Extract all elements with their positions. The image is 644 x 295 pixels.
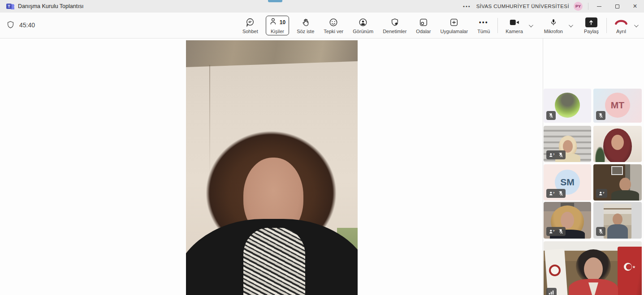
person-question-icon: ? bbox=[549, 229, 555, 235]
avatar-initials: MT bbox=[605, 93, 630, 118]
profile-avatar[interactable]: PY bbox=[574, 2, 583, 11]
spotlight-video-tile[interactable] bbox=[186, 40, 358, 295]
more-ellipsis-icon: ••• bbox=[479, 17, 488, 28]
people-button[interactable]: 10 Kişiler bbox=[266, 16, 289, 35]
meeting-title: Danışma Kurulu Toplantısı bbox=[18, 3, 83, 9]
person-question-icon: ? bbox=[598, 191, 605, 197]
participant-tile-7[interactable]: ? bbox=[544, 202, 591, 239]
controls-shield-icon bbox=[390, 17, 400, 28]
participant-tile-8[interactable] bbox=[593, 202, 642, 239]
participant-tile-9[interactable] bbox=[544, 241, 642, 295]
turkish-flag bbox=[618, 247, 642, 295]
toolbar-divider bbox=[606, 18, 607, 33]
raise-hand-button[interactable]: Söz iste bbox=[295, 16, 316, 35]
react-button[interactable]: Tepki ver bbox=[322, 16, 345, 35]
minimize-button[interactable] bbox=[590, 0, 608, 13]
leave-dropdown-chevron[interactable] bbox=[630, 20, 641, 31]
close-icon: × bbox=[633, 3, 637, 10]
account-org-name: SİVAS CUMHURİYET ÜNİVERSİTESİ bbox=[476, 4, 569, 9]
status-badge: ? bbox=[596, 189, 607, 198]
svg-text:?: ? bbox=[553, 153, 555, 156]
video-background bbox=[186, 40, 358, 67]
mic-off-icon bbox=[558, 190, 563, 197]
meeting-toolbar: 45:40 Sohbet 10 Kişiler Söz iste bbox=[0, 13, 644, 38]
apps-plus-icon bbox=[449, 17, 459, 28]
minimize-icon bbox=[597, 6, 601, 7]
titlebar-divider bbox=[588, 3, 588, 10]
shield-timer-icon bbox=[6, 20, 15, 30]
teams-logo-icon: T bbox=[6, 2, 14, 10]
titlebar-overflow-icon[interactable]: ••• bbox=[463, 4, 471, 9]
person-question-icon: ? bbox=[549, 191, 555, 197]
breakout-rooms-icon bbox=[419, 17, 428, 28]
chat-button[interactable]: Sohbet bbox=[241, 16, 260, 35]
participant-tile-5[interactable]: SM ? bbox=[544, 164, 591, 201]
share-button[interactable]: Paylaş bbox=[582, 16, 601, 35]
microphone-button[interactable]: Mikrofon bbox=[542, 16, 565, 35]
svg-text:?: ? bbox=[553, 192, 555, 194]
screen-share-indicator bbox=[268, 0, 282, 2]
view-button[interactable]: Görünüm bbox=[351, 16, 375, 35]
avatar bbox=[555, 93, 580, 118]
meeting-stage: MT ? SM ? ? ? bbox=[0, 38, 644, 295]
controls-button[interactable]: Denetimler bbox=[381, 16, 408, 35]
chat-icon bbox=[245, 17, 255, 28]
status-badge: ? bbox=[546, 189, 566, 198]
sidebar-divider bbox=[543, 38, 543, 295]
people-icon bbox=[269, 17, 278, 28]
restore-button[interactable] bbox=[608, 0, 626, 13]
participant-tile-4[interactable] bbox=[593, 126, 642, 162]
mic-off-icon bbox=[598, 228, 603, 235]
timer-value: 45:40 bbox=[19, 21, 35, 29]
more-button[interactable]: ••• Tümü bbox=[475, 16, 492, 35]
microphone-icon bbox=[549, 17, 558, 28]
status-badge bbox=[596, 227, 605, 236]
toolbar-divider bbox=[497, 18, 498, 33]
meeting-timer: 45:40 bbox=[6, 20, 35, 30]
status-badge bbox=[596, 111, 605, 120]
close-button[interactable]: × bbox=[626, 0, 644, 13]
status-badge: ? bbox=[546, 150, 566, 159]
apps-button[interactable]: Uygulamalar bbox=[438, 16, 470, 35]
camera-dropdown-chevron[interactable] bbox=[525, 20, 536, 31]
window-titlebar: T Danışma Kurulu Toplantısı ••• SİVAS CU… bbox=[0, 0, 644, 13]
leave-call-icon bbox=[614, 17, 628, 28]
rooms-button[interactable]: Odalar bbox=[414, 16, 432, 35]
microphone-dropdown-chevron[interactable] bbox=[565, 20, 576, 31]
leave-button[interactable]: Ayrıl bbox=[613, 16, 630, 35]
mic-off-icon bbox=[549, 112, 553, 119]
svg-text:?: ? bbox=[553, 230, 555, 232]
mic-off-icon bbox=[558, 152, 563, 158]
react-smiley-icon bbox=[328, 17, 338, 28]
restore-icon bbox=[615, 4, 619, 9]
participant-tile-3[interactable]: ? bbox=[544, 126, 591, 162]
mic-off-icon bbox=[598, 112, 603, 119]
camera-button[interactable]: Kamera bbox=[504, 16, 525, 35]
status-badge bbox=[546, 111, 556, 120]
participant-tile-2[interactable]: MT bbox=[593, 89, 642, 123]
person-question-icon: ? bbox=[549, 152, 555, 158]
share-icon bbox=[585, 17, 597, 27]
status-badge bbox=[546, 288, 557, 295]
participant-tile-1[interactable] bbox=[544, 89, 591, 123]
audio-signal-icon bbox=[549, 290, 554, 295]
status-badge: ? bbox=[546, 227, 566, 236]
camera-icon bbox=[509, 17, 520, 28]
mic-off-icon bbox=[558, 228, 563, 235]
view-icon bbox=[358, 17, 368, 28]
participant-tile-6[interactable]: ? bbox=[593, 164, 642, 201]
svg-text:?: ? bbox=[603, 192, 605, 194]
participant-count-badge: 10 bbox=[280, 19, 285, 26]
raise-hand-icon bbox=[301, 17, 310, 28]
